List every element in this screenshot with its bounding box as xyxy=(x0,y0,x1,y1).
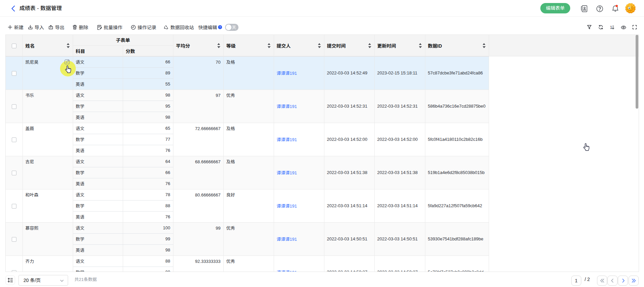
svg-text:?: ? xyxy=(219,25,221,29)
svg-text:1: 1 xyxy=(610,25,612,30)
